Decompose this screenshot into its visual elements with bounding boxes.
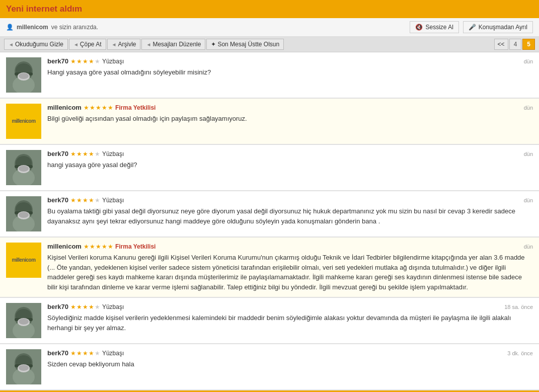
message-body: berk70 ★ ★ ★ ★ ★ Yüzbaşı 18 sa. önce Söy… bbox=[47, 303, 533, 338]
pin-icon: ✦ bbox=[211, 41, 216, 48]
mute-button[interactable]: 🔇 Sessize Al bbox=[410, 21, 458, 33]
rank-badge: Yüzbaşı bbox=[102, 197, 124, 204]
author-area: berk70 ★ ★ ★ ★ ★ Yüzbaşı bbox=[47, 57, 124, 65]
author-area: millenicom ★ ★ ★ ★ ★ Firma Yetkilisi bbox=[47, 104, 156, 111]
message-row: millenicom millenicom ★ ★ ★ ★ ★ Firma Ye… bbox=[0, 99, 539, 145]
star-rating: ★ ★ ★ ★ ★ bbox=[70, 197, 100, 204]
archive-button[interactable]: ◄ Arşivle bbox=[107, 39, 141, 50]
message-body: berk70 ★ ★ ★ ★ ★ Yüzbaşı dün Bu oyalama … bbox=[47, 196, 533, 231]
page-5-active[interactable]: 5 bbox=[522, 39, 535, 50]
message-time: dün bbox=[524, 197, 533, 203]
message-header: berk70 ★ ★ ★ ★ ★ Yüzbaşı dün bbox=[47, 196, 533, 204]
message-row: berk70 ★ ★ ★ ★ ★ Yüzbaşı dün Bu oyalama … bbox=[0, 191, 539, 238]
leave-icon: 🎤 bbox=[469, 24, 476, 31]
message-time: 18 sa. önce bbox=[504, 304, 533, 310]
rank-badge: Yüzbaşı bbox=[102, 303, 124, 310]
company-badge: Firma Yetkilisi bbox=[115, 104, 156, 111]
message-row: berk70 ★ ★ ★ ★ ★ Yüzbaşı dün hangi yasay… bbox=[0, 145, 539, 191]
message-row: berk70 ★ ★ ★ ★ ★ Yüzbaşı dün Hangi yasay… bbox=[0, 52, 539, 99]
message-time: dün bbox=[524, 58, 533, 64]
message-row: millenicom millenicom ★ ★ ★ ★ ★ Firma Ye… bbox=[0, 238, 539, 298]
author-name: berk70 bbox=[47, 349, 68, 357]
star-rating: ★ ★ ★ ★ ★ bbox=[70, 58, 100, 65]
company-logo: millenicom bbox=[12, 257, 35, 263]
avatar bbox=[6, 349, 41, 384]
prev-page-button[interactable]: << bbox=[494, 39, 508, 50]
message-text: Hangi yasaya göre yasal olmadığını söyle… bbox=[47, 67, 533, 77]
avatar bbox=[6, 57, 41, 93]
message-body: millenicom ★ ★ ★ ★ ★ Firma Yetkilisi dün… bbox=[47, 104, 533, 139]
message-time: dün bbox=[524, 105, 533, 111]
message-header: millenicom ★ ★ ★ ★ ★ Firma Yetkilisi dün bbox=[47, 104, 533, 111]
author-area: berk70 ★ ★ ★ ★ ★ Yüzbaşı bbox=[47, 150, 124, 158]
author-area: berk70 ★ ★ ★ ★ ★ Yüzbaşı bbox=[47, 349, 124, 357]
message-text: Söylediğiniz madde kişisel verilerin yed… bbox=[47, 313, 533, 333]
star-rating: ★ ★ ★ ★ ★ bbox=[70, 350, 100, 357]
svg-point-13 bbox=[19, 166, 29, 172]
message-text: Bu oyalama taktiği gibi yasal değil diyo… bbox=[47, 206, 533, 226]
message-text: Bilgi güveliği açısından yasal olmadığı … bbox=[47, 114, 533, 124]
arrow-icon-2: ◄ bbox=[73, 42, 79, 47]
message-header: millenicom ★ ★ ★ ★ ★ Firma Yetkilisi dün bbox=[47, 243, 533, 250]
hide-read-button[interactable]: ◄ Okuduğumu Gizle bbox=[4, 39, 68, 50]
top-message-button[interactable]: ✦ Son Mesaj Üstte Olsun bbox=[206, 39, 284, 50]
author-area: millenicom ★ ★ ★ ★ ★ Firma Yetkilisi bbox=[47, 243, 156, 250]
leave-conversation-button[interactable]: 🎤 Konuşmadan Ayrıl bbox=[463, 21, 533, 33]
avatar bbox=[6, 196, 41, 231]
author-name: millenicom bbox=[47, 104, 82, 111]
user-bar-actions: 🔇 Sessize Al 🎤 Konuşmadan Ayrıl bbox=[410, 21, 533, 33]
author-name: berk70 bbox=[47, 150, 68, 158]
arrange-messages-button[interactable]: ◄ Mesajları Düzenle bbox=[141, 39, 205, 50]
rank-badge: Yüzbaşı bbox=[102, 150, 124, 158]
message-header: berk70 ★ ★ ★ ★ ★ Yüzbaşı 3 dk. önce bbox=[47, 349, 533, 357]
message-header: berk70 ★ ★ ★ ★ ★ Yüzbaşı dün bbox=[47, 57, 533, 65]
arrow-icon: ◄ bbox=[9, 42, 14, 47]
author-name: berk70 bbox=[47, 303, 68, 310]
message-time: dün bbox=[524, 151, 533, 157]
svg-point-27 bbox=[19, 319, 29, 325]
user-icon: 👤 bbox=[6, 24, 14, 31]
rank-badge: Yüzbaşı bbox=[102, 350, 124, 357]
message-time: 3 dk. önce bbox=[507, 350, 533, 356]
message-body: berk70 ★ ★ ★ ★ ★ Yüzbaşı dün hangi yasay… bbox=[47, 150, 533, 185]
message-row: berk70 ★ ★ ★ ★ ★ Yüzbaşı 3 dk. önce Sizd… bbox=[0, 344, 539, 390]
page-4[interactable]: 4 bbox=[509, 39, 522, 50]
message-header: berk70 ★ ★ ★ ★ ★ Yüzbaşı 18 sa. önce bbox=[47, 303, 533, 310]
conversation-user: millenicom bbox=[17, 24, 48, 31]
action-bar: ◄ Okuduğumu Gizle ◄ Çöpe At ◄ Arşivle ◄ … bbox=[0, 37, 539, 52]
message-text: Kişisel Verileri koruma Kanunu gereği il… bbox=[47, 253, 533, 292]
avatar bbox=[6, 150, 41, 185]
author-area: berk70 ★ ★ ★ ★ ★ Yüzbaşı bbox=[47, 196, 124, 204]
trash-button[interactable]: ◄ Çöpe At bbox=[69, 39, 106, 50]
mute-icon: 🔇 bbox=[415, 24, 423, 31]
arrow-icon-3: ◄ bbox=[112, 42, 117, 47]
svg-point-34 bbox=[19, 365, 29, 371]
author-name: millenicom bbox=[47, 243, 82, 250]
rank-badge: Yüzbaşı bbox=[102, 58, 124, 65]
star-rating: ★ ★ ★ ★ ★ bbox=[84, 243, 113, 250]
message-body: berk70 ★ ★ ★ ★ ★ Yüzbaşı dün Hangi yasay… bbox=[47, 57, 533, 93]
message-body: berk70 ★ ★ ★ ★ ★ Yüzbaşı 3 dk. önce Sizd… bbox=[47, 349, 533, 384]
page-title: Yeni internet aldım bbox=[0, 0, 539, 18]
user-bar: 👤 millenicom ve sizin aranızda. 🔇 Sessiz… bbox=[0, 18, 539, 37]
message-text: Sizden cevap bekliyorum hala bbox=[47, 359, 533, 369]
star-rating: ★ ★ ★ ★ ★ bbox=[84, 104, 113, 111]
company-logo: millenicom bbox=[12, 118, 35, 124]
author-name: berk70 bbox=[47, 57, 68, 65]
avatar: millenicom bbox=[6, 104, 41, 139]
avatar bbox=[6, 303, 41, 338]
conversation-suffix: ve sizin aranızda. bbox=[51, 24, 98, 31]
svg-point-6 bbox=[19, 73, 29, 79]
message-header: berk70 ★ ★ ★ ★ ★ Yüzbaşı dün bbox=[47, 150, 533, 158]
message-body: millenicom ★ ★ ★ ★ ★ Firma Yetkilisi dün… bbox=[47, 243, 533, 292]
pagination: << 4 5 bbox=[494, 39, 535, 50]
message-time: dün bbox=[524, 244, 533, 250]
star-rating: ★ ★ ★ ★ ★ bbox=[70, 303, 100, 310]
messages-container: berk70 ★ ★ ★ ★ ★ Yüzbaşı dün Hangi yasay… bbox=[0, 52, 539, 390]
message-row: berk70 ★ ★ ★ ★ ★ Yüzbaşı 18 sa. önce Söy… bbox=[0, 298, 539, 344]
message-text: hangi yasaya göre yasal değil? bbox=[47, 160, 533, 170]
arrow-icon-4: ◄ bbox=[146, 42, 151, 47]
svg-point-20 bbox=[19, 212, 29, 218]
author-area: berk70 ★ ★ ★ ★ ★ Yüzbaşı bbox=[47, 303, 124, 310]
company-badge: Firma Yetkilisi bbox=[115, 243, 156, 250]
